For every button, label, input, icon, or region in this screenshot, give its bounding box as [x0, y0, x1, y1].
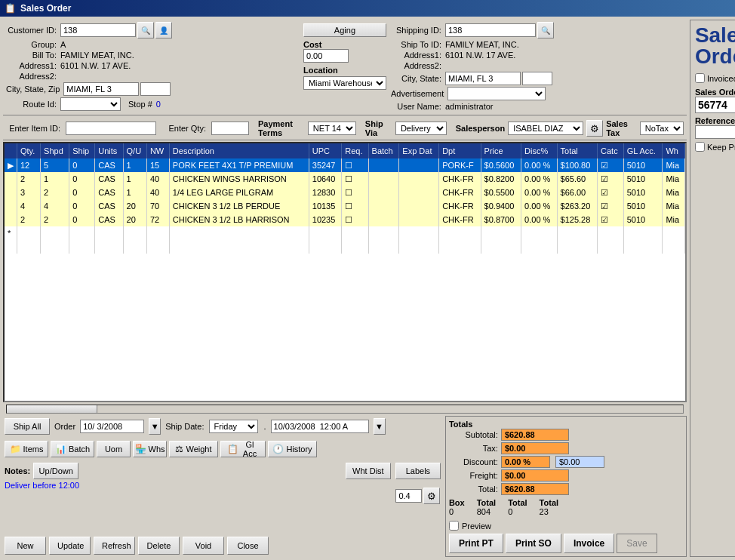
discount-label: Discount:	[449, 457, 498, 466]
col-disc[interactable]: Disc%	[521, 143, 557, 158]
invoiced-checkbox[interactable]	[695, 73, 705, 83]
location-select[interactable]: Miami Warehouse	[303, 76, 386, 90]
order-date-dropdown[interactable]: ▼	[149, 418, 161, 435]
salesperson-select[interactable]: ISABEL DIAZ	[508, 122, 583, 135]
keep-prices-checkbox[interactable]	[695, 142, 705, 152]
col-expdat[interactable]: Exp Dat	[399, 143, 439, 158]
col-nw[interactable]: NW	[146, 143, 169, 158]
uom-button[interactable]: Uom	[97, 441, 131, 457]
shipping-search-button[interactable]: 🔍	[537, 22, 554, 38]
col-total[interactable]: Total	[557, 143, 598, 158]
salesperson-label: Salesperson	[456, 124, 505, 133]
salesperson-gear-button[interactable]: ⚙	[586, 120, 603, 137]
table-row-empty: *	[5, 226, 684, 240]
shipping-address1-value: 6101 N.W. 17 AVE.	[445, 51, 515, 60]
gl-acc-button[interactable]: 📋 Gl Acc	[220, 441, 266, 457]
order-date-input[interactable]	[80, 420, 144, 433]
ship-via-select[interactable]: Delivery	[395, 122, 447, 135]
subtotal-value: $620.88	[501, 429, 569, 441]
col-wh[interactable]: Wh	[663, 143, 684, 158]
update-button[interactable]: Update	[49, 537, 91, 555]
shipping-id-input[interactable]	[445, 23, 536, 37]
address1-label: Address1:	[6, 61, 59, 70]
refresh-button[interactable]: Refresh	[94, 537, 135, 555]
customer-user-button[interactable]: 👤	[155, 22, 172, 38]
col-upc[interactable]: UPC	[309, 143, 341, 158]
col-units[interactable]: Units	[95, 143, 123, 158]
col-dpt[interactable]: Dpt	[439, 143, 481, 158]
col-qu[interactable]: Q/U	[123, 143, 146, 158]
print-so-button[interactable]: Print SO	[506, 534, 561, 553]
spinner-gear-button[interactable]: ⚙	[423, 488, 440, 504]
history-button[interactable]: 🕐 History	[268, 441, 317, 457]
address2-label: Address2:	[6, 72, 59, 81]
col-description[interactable]: Description	[169, 143, 309, 158]
whs-button[interactable]: 🏪 Whs	[133, 441, 167, 457]
ship-date-day-select[interactable]: Friday	[209, 420, 258, 433]
col-glacc[interactable]: GL Acc.	[623, 143, 663, 158]
customer-search-button[interactable]: 🔍	[137, 22, 154, 38]
user-name-label: User Name:	[391, 102, 444, 111]
table-row[interactable]: 220CAS2072CHICKEN 3 1/2 LB HARRISON10235…	[5, 213, 684, 226]
shipping-id-label: Shipping ID:	[391, 26, 444, 35]
void-button[interactable]: Void	[183, 537, 224, 555]
weight-button[interactable]: ⚖ Weight	[169, 441, 218, 457]
table-row[interactable]: ▶1250CAS115PORK FEET 4X1 T/P PREMIUM3524…	[5, 158, 684, 172]
up-down-button[interactable]: Up/Down	[33, 463, 78, 479]
ship-date-input[interactable]	[271, 420, 369, 433]
route-id-label: Route Id:	[6, 100, 59, 109]
total2-value: 804	[477, 507, 496, 516]
total-label: Total:	[449, 485, 498, 494]
address1-value: 6101 N.W. 17 AVE.	[60, 61, 131, 70]
col-req[interactable]: Req.	[342, 143, 368, 158]
new-button[interactable]: New	[5, 537, 46, 555]
customer-id-label: Customer ID:	[6, 26, 59, 35]
cost-input[interactable]	[303, 49, 349, 63]
aging-button[interactable]: Aging	[303, 23, 386, 37]
table-row[interactable]: 320CAS1401/4 LEG LARGE PILGRAM12830☐CHK-…	[5, 186, 684, 199]
wht-dist-button[interactable]: Wht Dist	[346, 463, 391, 479]
ship-date-label: Ship Date:	[165, 422, 204, 431]
table-row[interactable]: 210CAS140CHICKEN WINGS HARRISON10640☐CHK…	[5, 172, 684, 186]
preview-checkbox[interactable]	[449, 521, 459, 531]
city-state-zip-input[interactable]	[63, 82, 139, 96]
order-label: Order	[54, 422, 75, 431]
col-qty[interactable]: Qty.	[17, 143, 41, 158]
enter-item-id-input[interactable]	[66, 122, 156, 135]
col-price[interactable]: Price	[481, 143, 521, 158]
spinner-input[interactable]	[395, 489, 422, 503]
print-pt-button[interactable]: Print PT	[449, 534, 503, 553]
save-button[interactable]: Save	[617, 534, 657, 553]
sales-tax-label: Sales Tax	[606, 119, 637, 137]
so-number-input[interactable]	[695, 97, 735, 113]
payment-terms-select[interactable]: NET 14	[308, 122, 356, 135]
advertisement-select[interactable]	[447, 87, 546, 100]
table-row-empty	[5, 240, 684, 254]
shipping-city-extra[interactable]	[522, 72, 552, 85]
col-shpd[interactable]: Shpd	[41, 143, 69, 158]
subtotal-label: Subtotal:	[449, 430, 498, 439]
invoice-button[interactable]: Invoice	[564, 534, 614, 553]
customer-id-input[interactable]	[60, 23, 136, 37]
ship-all-button[interactable]: Ship All	[5, 418, 50, 435]
close-button[interactable]: Close	[227, 537, 269, 555]
col-batch[interactable]: Batch	[368, 143, 399, 158]
enter-qty-input[interactable]	[211, 122, 249, 135]
horizontal-scrollbar[interactable]	[6, 405, 684, 414]
batch-button[interactable]: 📊 Batch	[51, 441, 94, 457]
bill-to-value: FAMILY MEAT, INC.	[60, 51, 134, 60]
city-state-zip-extra[interactable]	[140, 82, 171, 96]
labels-button[interactable]: Labels	[395, 463, 441, 479]
ship-date-dropdown[interactable]: ▼	[374, 418, 386, 435]
table-row[interactable]: 440CAS2070CHICKEN 3 1/2 LB PERDUE10135☐C…	[5, 199, 684, 213]
shipping-city-state-input[interactable]	[445, 72, 521, 85]
sales-tax-select[interactable]: NoTax	[640, 122, 684, 135]
gear-icon: ⚙	[590, 123, 599, 134]
enter-qty-label: Enter Qty:	[159, 124, 208, 133]
items-button[interactable]: 📁 Items	[5, 441, 48, 457]
col-catc[interactable]: Catc	[598, 143, 624, 158]
route-id-select[interactable]	[60, 97, 121, 111]
col-ship[interactable]: Ship	[69, 143, 95, 158]
delete-button[interactable]: Delete	[138, 537, 180, 555]
reference-input[interactable]	[695, 125, 735, 139]
